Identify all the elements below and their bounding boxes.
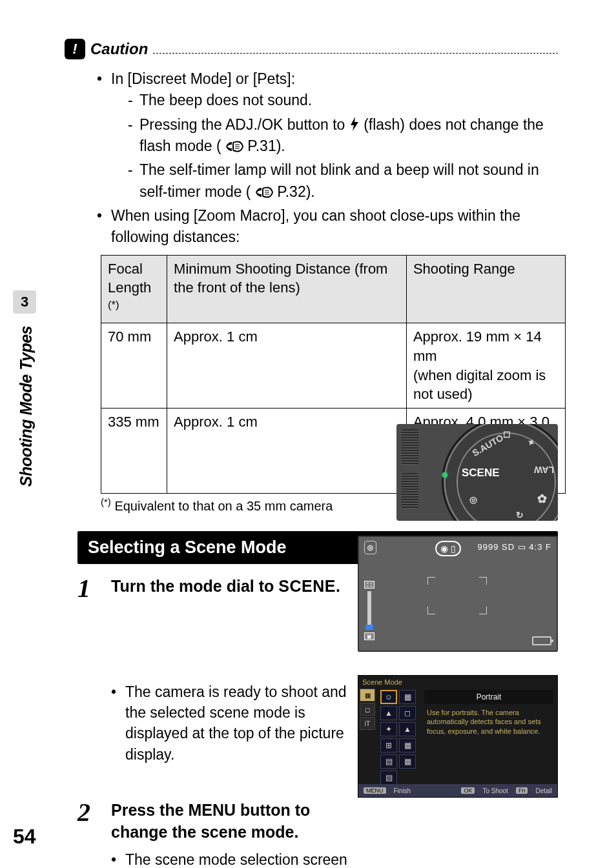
mode-dial-figure: SCENE S.AUTO ◻ ✦ LAW ✿ ↻ ◎ xyxy=(396,424,558,521)
fn-key: Fn xyxy=(516,787,528,794)
dial-glyph: ↻ xyxy=(516,510,524,520)
step-bullet: The scene mode selection screen appears. xyxy=(111,849,369,868)
sup: (*) xyxy=(108,299,119,310)
step-bullet: The camera is ready to shoot and the sel… xyxy=(111,681,356,765)
grid-item: ▦ xyxy=(399,738,416,752)
grid-item: ▤ xyxy=(380,754,397,769)
text: P.32). xyxy=(277,183,314,200)
text: . xyxy=(336,577,340,595)
cell-range: Approx. 19 mm × 14 mm (when digital zoom… xyxy=(406,323,565,409)
text: Length xyxy=(108,279,151,296)
text: Focal xyxy=(108,261,143,277)
flash-icon xyxy=(349,117,360,131)
grid-item: ▲ xyxy=(399,722,416,736)
text: P.31). xyxy=(247,137,285,154)
cell-min: Approx. 1 cm xyxy=(167,323,407,409)
camera-icon: ◻ xyxy=(503,429,511,439)
tab-item: ▦ xyxy=(360,689,375,701)
dial-glyph: LAW xyxy=(534,465,554,475)
dash-flash: Pressing the ADJ./OK button to (flash) d… xyxy=(128,114,558,157)
status-readout: 9999 SD ▭ 4:3 F xyxy=(478,542,551,552)
dial-glyph: ✿ xyxy=(537,492,547,506)
sup: (*) xyxy=(101,496,111,507)
grid-item: ⊞ xyxy=(380,738,397,752)
focus-corner xyxy=(479,577,487,585)
scene-indicator: ◉▯ xyxy=(435,541,461,556)
bullet-zoommacro: When using [Zoom Macro], you can shoot c… xyxy=(97,205,558,248)
ok-key: OK xyxy=(461,787,475,794)
text: (when digital zoom is not used) xyxy=(413,367,546,403)
lcd-preview-figure: ⊛ ◉▯ 9999 SD ▭ 4:3 F ⛶ ▣ xyxy=(358,536,558,652)
cell-min: Approx. 1 cm xyxy=(167,408,407,493)
desc-title: Portrait xyxy=(424,690,553,704)
step-number: 2 xyxy=(77,800,99,868)
dial: SCENE S.AUTO ◻ ✦ LAW ✿ ↻ ◎ xyxy=(442,424,558,521)
menu-header: Scene Mode xyxy=(362,678,402,686)
dial-glyph: ◎ xyxy=(469,494,477,505)
text: Pressing the ADJ./OK button to xyxy=(139,116,349,133)
text: The self-timer lamp will not blink and a… xyxy=(139,161,539,199)
grip-texture xyxy=(402,424,418,521)
chapter-tab: 3 xyxy=(13,290,36,314)
caution-label: Caution xyxy=(90,40,148,58)
step-title: Press the MENU button to change the scen… xyxy=(111,800,369,843)
desc-body: Use for portraits. The camera automatica… xyxy=(424,704,553,740)
bullet-discreet: In [Discreet Mode] or [Pets]: The beep d… xyxy=(97,68,558,203)
zoom-tele-icon: ⛶ xyxy=(364,581,375,589)
grid-item: ◻ xyxy=(399,706,416,720)
caution-divider xyxy=(153,45,558,54)
focus-corner xyxy=(479,607,487,614)
grid-item: ▤ xyxy=(380,771,397,785)
focus-corner xyxy=(427,607,435,614)
caution-icon: ! xyxy=(65,39,85,59)
cell-focal: 335 mm xyxy=(101,408,167,493)
th-focal: Focal Length (*) xyxy=(101,255,167,323)
cell-focal: 70 mm xyxy=(101,323,167,409)
footer-shoot: To Shoot xyxy=(482,787,508,794)
menu-key: MENU xyxy=(364,787,386,794)
focus-corner xyxy=(427,577,435,585)
grid-item: ✦ xyxy=(380,722,397,736)
footer-detail: Detail xyxy=(535,787,552,794)
tab-item: iT xyxy=(360,717,375,730)
page-ref-icon xyxy=(255,183,273,194)
text: Approx. 19 mm × 14 mm xyxy=(413,328,542,364)
tab-item: ◻ xyxy=(360,703,375,716)
menu-tabs: ▦ ◻ iT xyxy=(360,689,376,731)
side-label: Shooting Mode Types xyxy=(17,326,36,487)
th-min: Minimum Shooting Distance (from the fron… xyxy=(167,255,407,323)
grid-item: ☺ xyxy=(380,690,397,704)
page-number: 54 xyxy=(13,825,36,849)
th-range: Shooting Range xyxy=(406,255,565,323)
grid-item: ▦ xyxy=(399,754,416,769)
scene-menu-figure: Scene Mode ▦ ◻ iT ☺ ▦ ▲ ◻ ✦ ▲ ⊞ ▦ ▤ ▦ ▤ … xyxy=(358,675,558,798)
footer-finish: Finish xyxy=(394,787,411,794)
face-icon: ◉ xyxy=(440,543,448,554)
scene-word: SCENE xyxy=(278,577,336,595)
step-number: 1 xyxy=(77,576,99,767)
battery-icon xyxy=(532,636,551,645)
menu-footer: MENU Finish OK To Shoot Fn Detail xyxy=(358,784,557,797)
scene-label: SCENE xyxy=(462,467,500,479)
page-ref-icon xyxy=(225,137,243,148)
grid-item: ▦ xyxy=(399,690,416,704)
indicator-dot xyxy=(442,472,447,478)
bracket-icon: ▯ xyxy=(451,543,456,554)
text: In [Discreet Mode] or [Pets]: xyxy=(111,70,295,87)
flash-status-icon: ⊛ xyxy=(364,541,376,554)
scene-description: Portrait Use for portraits. The camera a… xyxy=(424,690,553,740)
table-row: 70 mm Approx. 1 cm Approx. 19 mm × 14 mm… xyxy=(101,323,566,409)
zoom-bar: ⛶ ▣ xyxy=(364,581,375,640)
text: Turn the mode dial to xyxy=(111,577,278,595)
dash-selftimer: The self-timer lamp will not blink and a… xyxy=(128,159,558,203)
zoom-wide-icon: ▣ xyxy=(364,632,375,640)
text: Equivalent to that on a 35 mm camera xyxy=(114,498,333,512)
dash-beep: The beep does not sound. xyxy=(128,90,558,111)
scene-grid: ☺ ▦ ▲ ◻ ✦ ▲ ⊞ ▦ ▤ ▦ ▤ xyxy=(380,690,416,785)
grid-item: ▲ xyxy=(380,706,397,720)
